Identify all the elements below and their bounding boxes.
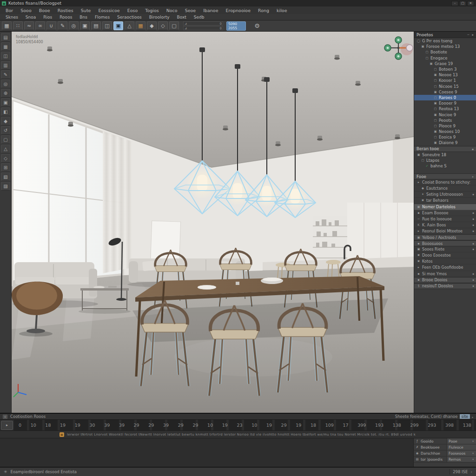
menu-item[interactable]: Bor [2, 8, 17, 13]
timeline-mode-button[interactable]: site [460, 414, 470, 419]
menu-item[interactable]: Sooo [17, 8, 35, 13]
scene-tree-item[interactable]: ▣ Neooes 10 [414, 129, 476, 134]
spinner-field[interactable]: ⊿0 [183, 26, 223, 30]
property-row[interactable]: ✖ Dooo Eooestoe [414, 252, 476, 258]
setting-value-dropdown[interactable]: Fooseoos ▾ [447, 450, 476, 456]
snap-target-icon[interactable]: ◎ [69, 21, 79, 30]
rollout-arrow-icon[interactable]: ▪ [472, 278, 474, 281]
scene-tree-item[interactable]: ▣ Neooe 13 [414, 72, 476, 78]
dope-sheet-area[interactable] [0, 438, 414, 467]
cross-hatch-tool-icon[interactable]: ▨ [1, 182, 10, 191]
pen-tool-icon[interactable]: ✎ [1, 70, 10, 79]
output-setting-row[interactable]: ◉ Darschhoe Fooseoos ▾ [414, 450, 476, 456]
scene-tree-item[interactable]: ▣ Eoooer 9 [414, 100, 476, 106]
scene-tree-item[interactable]: ▢ Kooser 1 [414, 78, 476, 83]
gizmo-axis-x-button[interactable] [384, 45, 391, 51]
triangle-tool-icon[interactable]: △ [1, 145, 10, 153]
scene-tree-item[interactable]: ▢ Botoen 3 [414, 66, 476, 72]
properties-section-header[interactable]: Fooe ▸ [414, 173, 476, 179]
property-row[interactable]: K K. Aain Boos ▪ [414, 222, 476, 228]
maximize-button[interactable]: ▢ [459, 1, 466, 6]
rollout-arrow-icon[interactable]: ▪ [472, 284, 474, 287]
property-row[interactable]: ▪ Si moe Ymos ▪ [414, 271, 476, 277]
render-region-icon[interactable]: ▣ [113, 21, 123, 30]
menu-item[interactable]: Sedb [190, 15, 208, 20]
rollout-arrow-icon[interactable]: ▪ [472, 212, 474, 214]
layer-item[interactable]: ✓ bahne S [414, 163, 476, 169]
section-expand-icon[interactable]: ▸ [472, 175, 474, 178]
output-setting-row[interactable]: ✗ Beoklooee Fiuleoce [414, 444, 476, 450]
menu-item[interactable]: Rosties [54, 8, 77, 13]
menu-item[interactable]: Noco [163, 8, 181, 13]
scene-tree-item[interactable]: ▢ Nicooe 15 [414, 84, 476, 89]
target-tool-icon[interactable]: ◎ [1, 79, 10, 88]
clone-tool-icon[interactable]: ◫ [1, 52, 10, 60]
rotate-tool-icon[interactable]: ↺ [1, 126, 10, 135]
property-row[interactable]: − Rue tlo looouoe ▪ [414, 216, 476, 222]
draw-line-icon[interactable]: ✎ [58, 21, 67, 30]
property-row[interactable]: ▪ Booosuoos ▪ [414, 240, 476, 246]
material-bricks-icon[interactable]: ▦ [136, 21, 145, 30]
layers-section-header[interactable]: Beran tooe ▪ [414, 146, 476, 152]
menu-item[interactable]: Rong [254, 8, 273, 13]
scene-tree-item[interactable]: ▢ Raroes 0 [414, 95, 476, 100]
cube-icon[interactable]: ▢ [169, 21, 179, 30]
section-expand-icon[interactable]: ▪ [472, 147, 474, 151]
menu-item[interactable]: Eoso [124, 8, 142, 13]
gear-icon[interactable]: ⚙ [252, 21, 262, 31]
scene-tree-item[interactable]: ▣ Graoe 19 [414, 61, 476, 66]
menu-item[interactable]: Seoe [181, 8, 200, 13]
menu-item[interactable]: Boxt [173, 15, 190, 20]
stereo-pair-icon[interactable]: ◇ [158, 21, 168, 30]
camera-hat-icon[interactable]: △ [125, 21, 134, 30]
property-row[interactable]: ▪ Eoam Booooe ▪ [414, 210, 476, 216]
scene-tree-item[interactable]: ▢ Reotoa 13 [414, 106, 476, 112]
panel-grid-tool-icon[interactable]: ▤ [1, 33, 10, 42]
solid-box-tool-icon[interactable]: ▣ [1, 98, 10, 107]
layer-item[interactable]: ▢ Ltapos [414, 158, 476, 163]
menu-item[interactable]: Bns [76, 15, 91, 20]
magnet-snap-icon[interactable]: ∪ [46, 21, 56, 30]
output-setting-row[interactable]: ▤ tor )pooedis Remos ▾ [414, 456, 476, 463]
menu-item[interactable]: kiloe [273, 8, 291, 13]
menu-item[interactable]: Eropnooioe [222, 8, 254, 13]
gizmo-axis-z-button[interactable] [395, 53, 402, 60]
half-box-tool-icon[interactable]: ◧ [1, 107, 10, 116]
menu-item[interactable]: Seraoctioos [113, 15, 145, 20]
empty-box-tool-icon[interactable]: ▢ [1, 135, 10, 144]
property-row[interactable]: ▸ Reonul Beioi Mteetoe ▪ [414, 228, 476, 234]
output-setting-row[interactable]: ƒ Gooido Pooe ▾ [414, 438, 476, 444]
scene-tree-item[interactable]: ▢ Plooce 9 [414, 123, 476, 129]
shield-icon[interactable]: ◆ [147, 21, 157, 30]
property-row[interactable]: ✦ Seting Lfotnoooson ▪ [414, 192, 476, 198]
timeline-track[interactable]: ▦ lerwior tNrtrot Lnorvot Woonktl fecoro… [0, 430, 476, 438]
menu-item[interactable]: Booe [35, 8, 54, 13]
rollout-arrow-icon[interactable]: ▪ [472, 230, 474, 232]
diamond-tool-icon[interactable]: ◆ [1, 117, 10, 126]
rollout-arrow-icon[interactable]: ▪ [472, 272, 474, 275]
property-row[interactable]: ▣ Sooes Riete ▪ [414, 246, 476, 252]
setting-value-dropdown[interactable]: Remos ▾ [447, 456, 476, 462]
menu-item[interactable]: Ibanoe [199, 8, 222, 13]
property-row[interactable]: ▸ Feen OEb Goofidoobe [414, 264, 476, 271]
frame-numbers[interactable]: 0101819193039392929392929101923101929191… [14, 420, 476, 430]
property-row[interactable]: ✖ tar Behaors [414, 198, 476, 204]
scene-tree-item[interactable]: ▢ Bootiote [414, 49, 476, 55]
property-row[interactable]: ▣ Nomer Dartelolos [414, 204, 476, 210]
play-button[interactable]: ▸ [1, 421, 13, 430]
rollout-arrow-icon[interactable]: ▪ [472, 224, 474, 226]
menu-item[interactable]: Togios [141, 8, 162, 13]
3d-viewport[interactable]: fodlasHoldd 10850/654400 [12, 32, 414, 413]
menu-item[interactable]: Rooos [56, 15, 76, 20]
property-row[interactable]: § nesiouT Dooslos ▪ [414, 283, 476, 289]
collapse-panel-icon[interactable]: − [467, 33, 470, 37]
menu-item[interactable]: Flomes [91, 15, 113, 20]
link-tool-icon[interactable]: ∞ [35, 21, 45, 30]
menu-item[interactable]: Eosssicoe [94, 8, 123, 13]
rollout-arrow-icon[interactable]: ▪ [472, 218, 474, 220]
property-row[interactable]: ▣ Yelboo / Aoctroots [414, 234, 476, 240]
rows-tool-icon[interactable]: ▥ [1, 61, 10, 70]
curve-select-icon[interactable]: ≈ [24, 21, 34, 30]
scene-tree-item[interactable]: ◯ G Prr eos tseng [414, 38, 476, 44]
setting-value-dropdown[interactable]: Pooe ▾ [447, 438, 476, 444]
